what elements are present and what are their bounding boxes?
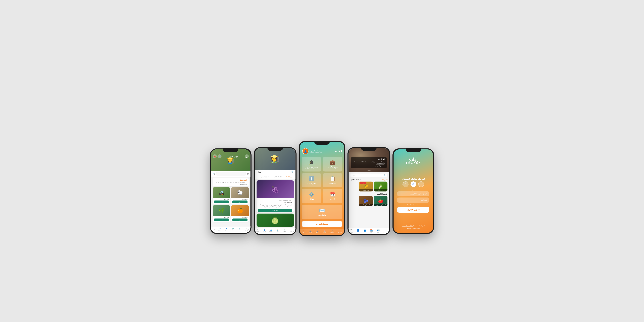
signup-section: ليس لديك حساب؟ إنشاء حساب جديد تخطى تسجي… [402, 224, 425, 229]
nav-community[interactable]: 👥مجتمع [269, 229, 272, 233]
menu-nav-stores[interactable]: 🏪 محلات [323, 230, 326, 235]
login-button[interactable]: تسجيل الدخول [397, 207, 429, 213]
dot-4[interactable] [367, 170, 368, 171]
login-screen: زوادة ZOWADA تسجيل الدخول باستخدام f G … [394, 149, 433, 233]
menu-item-settings[interactable]: ⚙️ إعدادات [302, 189, 321, 203]
google-button[interactable]: G [411, 181, 416, 187]
dot-3[interactable] [368, 170, 369, 171]
back-button[interactable]: ❮ [245, 154, 249, 158]
menu-item-updates-label: مستجدات [329, 182, 336, 184]
nav-cards[interactable]: 🪪بطاقات [238, 228, 241, 232]
phones-showcase: زوادة ZOWADA تسجيل الدخول باستخدام f G … [161, 80, 483, 242]
menu-item-contact-label: تواصل معنا [318, 214, 326, 216]
menu-nav-profile[interactable]: 👤 حسابي [308, 230, 312, 235]
forgot-password-link[interactable]: هل نسيت كلمة السر؟ [397, 204, 429, 206]
events-header-bar: 🔍 أحداث [255, 170, 296, 175]
skip-login-link[interactable]: تخطى تسجيل الدخول [407, 227, 420, 229]
nav-home-icon: ⌂ [340, 230, 341, 232]
shop-card-1[interactable]: 🥬 اسم المحل [374, 182, 388, 192]
menu-user-info: اسم المستخدم عرض الصفحة الشخصية 👤 [302, 148, 322, 154]
nav-profile[interactable]: 👤حسابي [218, 228, 222, 232]
tab-upcoming-events[interactable]: الأحداث القادمة [271, 175, 283, 179]
menu-nav-home[interactable]: ⌂ الرئيسية [338, 230, 342, 235]
hero-more-button[interactable]: عرض المزيد [375, 165, 385, 167]
show-all-link[interactable]: اظهار الكل [381, 179, 387, 181]
menu-nav-profile-label: حسابي [308, 232, 312, 233]
business-user-name: أضف عملي [215, 179, 247, 181]
menu-icon: ☰ [257, 229, 258, 230]
apple-button[interactable]:  [403, 181, 409, 187]
biz-card-1-more[interactable]: المزيد [232, 201, 248, 203]
event-date: الثلاثاء 10 ديسمبر 2021 [258, 199, 292, 201]
biz-card-4-more[interactable]: المزيد [214, 219, 229, 221]
menu-nav-community[interactable]: 👥 مجتمع [316, 230, 319, 235]
share-button[interactable]: 🔗 [218, 154, 222, 158]
phone-events: 🧑‍🌾 🔍 أحداث أهم الأحداث الأحداث القادمة … [254, 147, 297, 235]
menu-bottom-nav: ⌂ الرئيسية 🪪 بطاقات 🏪 محلات 👥 مجتمع [300, 229, 344, 235]
events-search-icon[interactable]: 🔍 [291, 171, 294, 174]
cards-icon: 🪪 [284, 229, 285, 230]
biz-card-4: 🌿 اسم العمل المزيد [213, 205, 230, 222]
logout-button[interactable]: تسجيل الخروج [302, 221, 342, 227]
home-icon: ⌂ [385, 229, 386, 232]
shop-name-2: اسم المحل [359, 189, 373, 192]
menu-item-about[interactable]: ℹ️ معلومات عنا [302, 173, 321, 187]
business-search-row: ⚙ 🔍 [211, 171, 251, 177]
menu-item-contact[interactable]: ✉️ تواصل معنا [302, 205, 342, 219]
home-bottom-nav: ⌂ الرئيسية 🪪 بطاقات 🏪 محلات 👥 مجتمع [349, 228, 389, 234]
business-user-card: أضف عملي لوريم إيبسوم هو نموذج نص شكلي ي… [213, 178, 249, 186]
nav-home[interactable]: ⌂الرئيسية [245, 228, 249, 232]
facebook-button[interactable]: f [418, 181, 424, 187]
tab-important-events[interactable]: أهم الأحداث [283, 175, 294, 179]
business-screen-title: تمويل الأعمال [228, 155, 239, 158]
nav-cards[interactable]: 🪪بطاقات [283, 229, 286, 233]
nav-cards[interactable]: 🪪 بطاقات [376, 229, 380, 234]
email-input[interactable] [397, 191, 429, 196]
nav-home[interactable]: ⌂الرئيسية [290, 229, 294, 233]
menu-item-events[interactable]: 📅 أحداث [323, 189, 342, 203]
nav-stores[interactable]: 🏪محلات [231, 228, 234, 232]
tab-past-events[interactable]: الأحداث الماضية [259, 175, 271, 179]
social-buttons: f G  [397, 181, 429, 187]
biz-card-3-more[interactable]: المزيد [232, 219, 248, 221]
no-account-text: ليس لديك حساب؟ إنشاء حساب جديد [402, 225, 425, 227]
biz-card-2-more[interactable]: المزيد [214, 201, 229, 203]
nav-community[interactable]: 👥مجتمع [225, 228, 228, 232]
profile-icon: 👤 [219, 228, 221, 229]
password-input[interactable] [397, 197, 429, 203]
menu-nav-home-label: الرئيسية [338, 232, 342, 233]
user-avatar[interactable]: 👤 [302, 148, 309, 154]
course-card-2[interactable]: 🫐 اسم الدورة التد [359, 196, 373, 206]
menu-screen-title: القائمة [335, 150, 342, 153]
menu-item-business[interactable]: 💼 تمويل الأعمال [323, 157, 342, 171]
nav-community-icon: 👥 [317, 230, 318, 232]
menu-item-updates[interactable]: 📋 مستجدات [323, 173, 342, 187]
menu-nav-cards[interactable]: 🪪 بطاقات [330, 230, 334, 235]
nav-menu[interactable]: ☰قائمة [213, 228, 215, 232]
filter-icon[interactable]: ⚙ [247, 173, 249, 175]
nav-menu[interactable]: ☰قائمة [256, 229, 259, 233]
nav-profile[interactable]: 👤حسابي [262, 229, 266, 233]
search-bar[interactable]: 🔍 بحث [350, 173, 388, 177]
nav-profile[interactable]: 👤 حسابي [356, 229, 360, 234]
bookmark-button[interactable]: 🔖 [213, 154, 217, 158]
dot-2[interactable] [369, 170, 370, 171]
course-card-1[interactable]: 🍅 اسم الدورة التدريبية [374, 196, 388, 206]
hero-text-box: العنوان هنا لوريم إيبسوم هو نموذج نص شكل… [351, 157, 387, 169]
nav-home[interactable]: ⌂ الرئيسية [383, 229, 388, 234]
stores-icon: 🏪 [232, 228, 234, 229]
logo-latin: ZOWADA [406, 162, 421, 165]
business-search-input[interactable] [216, 172, 246, 176]
biz-card-2-name: اسم العمل [214, 199, 229, 200]
shop-card-2[interactable]: 🌾 مستجد جديد اسم المحل [359, 182, 373, 192]
menu-item-education[interactable]: 🎓 التعليم الإلكتروني [302, 157, 321, 171]
nav-community[interactable]: 👥 مجتمع [363, 229, 366, 234]
event-more-button[interactable]: عرض المزيد [258, 209, 292, 212]
nav-stores[interactable]: 🏪محلات [276, 229, 279, 233]
nav-stores[interactable]: 🏪 محلات [370, 229, 373, 234]
menu-nav-menu[interactable]: ☰ قائمة [302, 230, 304, 235]
nav-menu[interactable]: ☰ قائمة [350, 229, 353, 234]
menu-user-sub[interactable]: عرض الصفحة الشخصية [310, 152, 322, 153]
biz-card-2: 🚜 اسم العمل المزيد [213, 187, 230, 204]
register-link[interactable]: إنشاء حساب جديد [402, 225, 413, 227]
